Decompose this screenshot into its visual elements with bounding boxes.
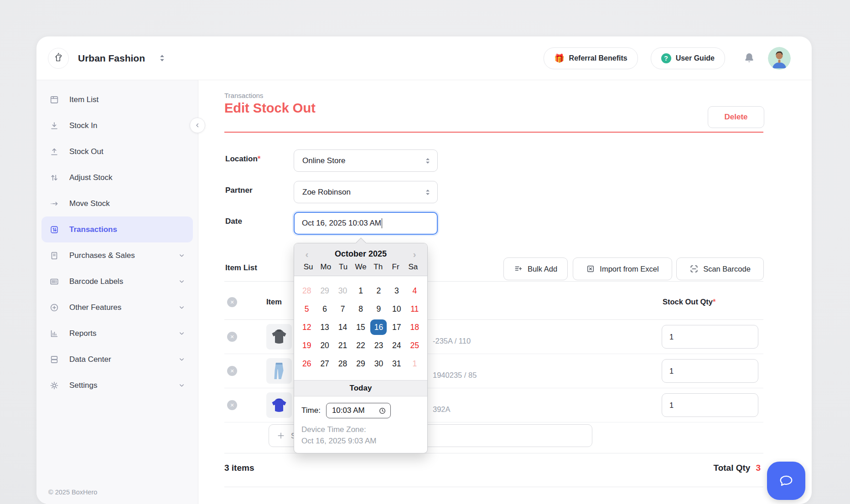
calendar-day[interactable]: 29 [352, 355, 369, 373]
stock-out-icon [49, 147, 59, 157]
calendar-day[interactable]: 11 [406, 300, 424, 318]
chevron-down-icon [178, 252, 185, 259]
sidebar-item-purchases-sales[interactable]: Purchases & Sales [41, 242, 193, 268]
date-label: Date [225, 217, 242, 226]
workspace-logo [48, 48, 69, 69]
stock-out-qty-input[interactable] [662, 359, 758, 383]
calendar-day[interactable]: 4 [406, 282, 424, 300]
calendar-day[interactable]: 19 [298, 336, 316, 355]
sidebar-item-transactions[interactable]: Transactions [41, 216, 193, 242]
sidebar-item-label: Purchases & Sales [69, 251, 135, 260]
calendar-day[interactable]: 17 [388, 318, 405, 336]
import-from-excel-button[interactable]: Import from Excel [573, 257, 672, 280]
sidebar-item-stock-in[interactable]: Stock In [41, 113, 193, 139]
chat-bubble-icon [777, 471, 796, 490]
today-button[interactable]: Today [294, 380, 427, 396]
stock-out-qty-input[interactable] [662, 393, 758, 417]
calendar-day[interactable]: 14 [334, 318, 352, 336]
calendar-day[interactable]: 27 [316, 355, 333, 373]
sidebar-item-adjust-stock[interactable]: Adjust Stock [41, 165, 193, 190]
calendar-day[interactable]: 20 [316, 336, 333, 355]
next-month-button[interactable]: › [410, 249, 419, 259]
time-input[interactable]: 10:03 AM [326, 403, 391, 418]
remove-item-button[interactable]: ✕ [227, 366, 237, 376]
calendar-day[interactable]: 30 [334, 282, 352, 300]
partner-select[interactable]: Zoe Robinson [294, 181, 438, 203]
calendar-day[interactable]: 22 [352, 336, 369, 355]
sidebar-item-barcode-labels[interactable]: Barcode Labels [41, 268, 193, 294]
sidebar-item-data-center[interactable]: Data Center [41, 346, 193, 372]
calendar-day[interactable]: 6 [316, 300, 333, 318]
sidebar-item-item-list[interactable]: Item List [41, 87, 193, 113]
calendar-day[interactable]: 12 [298, 318, 316, 336]
calendar-day[interactable]: 30 [370, 355, 388, 373]
stock-out-qty-input[interactable] [662, 325, 758, 349]
item-thumbnail-blue-jeans [266, 358, 292, 384]
calendar-day[interactable]: 8 [352, 300, 369, 318]
sidebar-collapse-button[interactable] [190, 118, 205, 133]
calendar-day[interactable]: 7 [334, 300, 352, 318]
bulk-add-button[interactable]: Bulk Add [503, 257, 568, 280]
calendar-day[interactable]: 9 [370, 300, 388, 318]
calendar-day[interactable]: 28 [298, 282, 316, 300]
divider [224, 487, 763, 487]
chevron-down-icon [178, 382, 185, 389]
calendar-day[interactable]: 5 [298, 300, 316, 318]
item-column-header: Item [266, 298, 282, 306]
remove-item-button[interactable]: ✕ [227, 400, 237, 410]
sidebar-item-stock-out[interactable]: Stock Out [41, 139, 193, 165]
notifications-button[interactable] [742, 51, 756, 65]
required-asterisk: * [713, 298, 715, 306]
weekday-label: Th [369, 262, 387, 272]
calendar-day[interactable]: 10 [388, 300, 405, 318]
calendar-day[interactable]: 29 [316, 282, 333, 300]
user-guide-button[interactable]: ? User Guide [651, 47, 725, 69]
close-icon: ✕ [227, 297, 237, 307]
stock-out-qty-column-header: Stock Out Qty* [663, 298, 715, 306]
sidebar-item-move-stock[interactable]: Move Stock [41, 190, 193, 216]
delete-button[interactable]: Delete [708, 106, 764, 128]
sidebar-item-other-features[interactable]: Other Features [41, 294, 193, 320]
device-timezone-note: Device Time Zone: Oct 16, 2025 9:03 AM [294, 420, 427, 453]
calendar-day[interactable]: 21 [334, 336, 352, 355]
avatar-image [768, 47, 791, 70]
sidebar-item-settings[interactable]: Settings [41, 372, 193, 398]
calendar-day[interactable]: 24 [388, 336, 405, 355]
excel-icon [586, 264, 595, 273]
sidebar-item-reports[interactable]: Reports [41, 320, 193, 346]
remove-item-button[interactable]: ✕ [227, 332, 237, 342]
sidebar-item-label: Item List [69, 95, 98, 104]
time-label: Time: [301, 406, 321, 415]
sidebar-item-label: Move Stock [69, 199, 110, 208]
calendar-day[interactable]: 18 [406, 318, 424, 336]
calendar-day[interactable]: 26 [298, 355, 316, 373]
calendar-day[interactable]: 1 [352, 282, 369, 300]
weekday-label: Mo [317, 262, 334, 272]
date-value: Oct 16, 2025 10:03 AM [302, 219, 381, 228]
calendar-day[interactable]: 3 [388, 282, 405, 300]
avatar[interactable] [768, 47, 791, 70]
chat-launcher-button[interactable] [767, 462, 805, 500]
calendar-day[interactable]: 28 [334, 355, 352, 373]
bell-icon [742, 51, 756, 65]
calendar-day[interactable]: 2 [370, 282, 388, 300]
calendar-day[interactable]: 31 [388, 355, 405, 373]
scan-barcode-button[interactable]: Scan Barcode [676, 257, 764, 280]
calendar-day[interactable]: 1 [406, 355, 424, 373]
calendar-day-selected[interactable]: 16 [370, 319, 387, 335]
calendar-day[interactable]: 13 [316, 318, 333, 336]
import-from-excel-label: Import from Excel [600, 265, 658, 273]
location-value: Online Store [302, 156, 346, 165]
calendar-day[interactable]: 25 [406, 336, 424, 355]
calendar-day[interactable]: 15 [352, 318, 369, 336]
date-input[interactable]: Oct 16, 2025 10:03 AM [294, 212, 438, 235]
weekday-label: We [352, 262, 369, 272]
calendar-day[interactable]: 23 [370, 336, 388, 355]
item-subtext-fragment: -235A / 110 [433, 337, 471, 345]
location-select[interactable]: Online Store [294, 149, 438, 172]
sort-arrows-icon [159, 54, 166, 62]
referral-benefits-button[interactable]: 🎁 Referral Benefits [544, 47, 638, 69]
prev-month-button[interactable]: ‹ [302, 249, 311, 259]
workspace-switcher[interactable] [159, 54, 166, 62]
total-qty-summary: Total Qty 3 [713, 463, 761, 473]
